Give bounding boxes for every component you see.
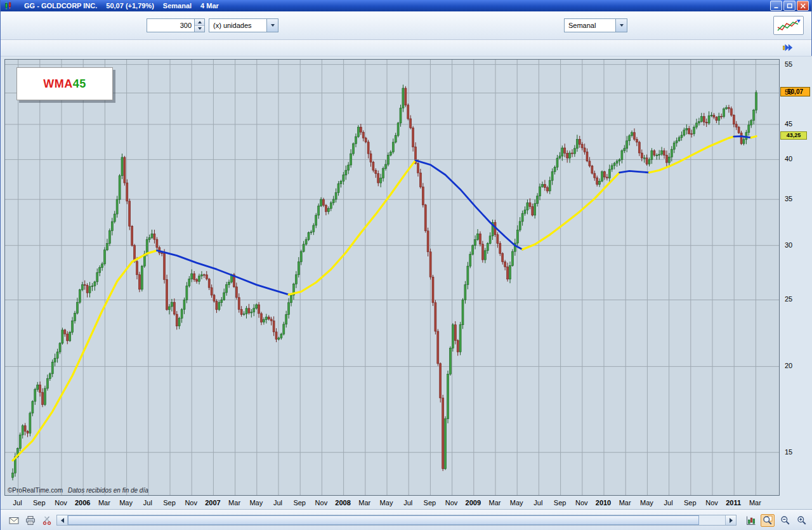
wma-legend-period: 45 <box>73 77 86 91</box>
price-axis-label: 20 <box>785 362 792 369</box>
units-count-field <box>147 18 205 32</box>
wma-legend-label: WMA <box>43 77 72 91</box>
date-axis-label: Nov <box>575 499 588 507</box>
date-axis-label: May <box>640 499 653 507</box>
email-button[interactable] <box>7 514 21 527</box>
copyright-text: ©ProRealTime.com <box>8 487 63 494</box>
app-candlestick-icon <box>4 1 13 10</box>
chart-edit-icon <box>746 515 756 526</box>
application-window: GG - GOLDCORP INC. 50,07 (+1,79%) Semana… <box>0 0 812 530</box>
date-axis-label: Mar <box>489 499 501 507</box>
price-axis-label: 50 <box>785 88 792 96</box>
date-axis-label: Jul <box>273 499 282 507</box>
wma-legend[interactable]: WMA45 <box>16 67 113 100</box>
price-axis-label: 35 <box>785 195 792 202</box>
date-axis-label: Sep <box>684 499 697 507</box>
date-axis-label: Jul <box>403 499 412 507</box>
date-axis-label: Jul <box>13 499 22 507</box>
units-mode-value: (x) unidades <box>209 22 266 29</box>
chart-area: ©ProRealTime.comDatos recibidos en fin d… <box>1 56 812 510</box>
date-axis-label: May <box>249 499 263 507</box>
minimize-button[interactable] <box>770 1 782 11</box>
date-axis[interactable]: JulSepNov2006MarMayJulSepNov2007MarMayJu… <box>1 494 812 510</box>
zoom-in-button[interactable] <box>795 514 809 527</box>
scroll-right-button[interactable] <box>725 515 736 525</box>
chart-plot[interactable]: ©ProRealTime.comDatos recibidos en fin d… <box>4 59 780 496</box>
date-axis-label: Mar <box>228 499 240 507</box>
right-arrow-icon <box>730 518 733 523</box>
date-axis-label: Sep <box>163 499 176 507</box>
date-axis-label: May <box>380 499 393 507</box>
date-axis-label: 2010 <box>596 499 611 507</box>
date-axis-label: Nov <box>315 499 328 507</box>
date-axis-label: 2006 <box>75 499 90 507</box>
quick-compare-button[interactable] <box>781 41 795 54</box>
date-axis-label: Mar <box>619 499 631 507</box>
dropdown-button[interactable] <box>266 19 278 32</box>
title-bar: GG - GOLDCORP INC. 50,07 (+1,79%) Semana… <box>1 0 811 11</box>
spinner-up-button[interactable] <box>195 19 204 26</box>
date-axis-label: Sep <box>293 499 306 507</box>
chart-style-button[interactable] <box>773 16 804 35</box>
units-mode-dropdown[interactable]: (x) unidades <box>209 18 278 32</box>
title-price: 50,07 (+1,79%) <box>106 2 154 10</box>
price-axis-label: 45 <box>785 120 792 128</box>
blue-arrows-icon <box>782 42 794 53</box>
zoom-out-button[interactable] <box>778 514 792 527</box>
date-axis-label: 2009 <box>466 499 481 507</box>
price-axis-label: 55 <box>785 60 792 68</box>
scrollbar-track[interactable] <box>68 515 725 525</box>
zoom-selection-button[interactable] <box>761 514 775 527</box>
date-axis-label: Sep <box>424 499 436 507</box>
dropdown-button[interactable] <box>615 19 627 32</box>
status-bar <box>1 509 812 530</box>
date-axis-label: Mar <box>749 499 761 507</box>
date-axis-label: Jul <box>664 499 673 507</box>
price-axis[interactable]: 50,07 43,25 555045403530252015 <box>780 59 811 494</box>
price-axis-label: 40 <box>785 155 792 162</box>
cut-icon <box>42 515 52 526</box>
price-axis-label: 25 <box>785 295 792 303</box>
email-icon <box>9 515 19 526</box>
zoom-out-icon <box>780 515 790 526</box>
print-button[interactable] <box>23 514 37 527</box>
date-axis-label: Jul <box>143 499 152 507</box>
chart-edit-button[interactable] <box>744 514 758 527</box>
date-axis-label: 2007 <box>205 499 220 507</box>
date-axis-label: Sep <box>33 499 46 507</box>
window-controls <box>770 1 809 11</box>
title-symbol: GG - GOLDCORP INC. <box>24 2 97 10</box>
date-axis-label: Sep <box>554 499 566 507</box>
mini-chart-icon <box>776 18 801 33</box>
date-axis-label: Nov <box>185 499 197 507</box>
zoom-selection-icon <box>763 515 773 526</box>
chevron-down-icon <box>620 24 624 27</box>
print-icon <box>25 515 36 526</box>
timeframe-dropdown[interactable]: Semanal <box>564 18 627 32</box>
date-axis-label: May <box>119 499 133 507</box>
cut-button[interactable] <box>40 514 54 527</box>
date-axis-label: 2008 <box>335 499 350 507</box>
spinner-down-button[interactable] <box>195 26 204 32</box>
main-toolbar: (x) unidades Semanal <box>1 11 811 40</box>
price-axis-label: 15 <box>785 448 792 456</box>
units-count-input[interactable] <box>147 19 194 32</box>
date-axis-label: Mar <box>358 499 370 507</box>
date-axis-label: 2011 <box>726 499 741 507</box>
timeframe-value: Semanal <box>565 22 615 29</box>
maximize-button[interactable] <box>783 1 796 11</box>
scroll-left-button[interactable] <box>57 515 68 525</box>
date-axis-label: Nov <box>445 499 458 507</box>
date-axis-label: Jul <box>534 499 542 507</box>
scrollbar-thumb[interactable] <box>68 515 699 525</box>
secondary-toolbar <box>1 40 811 56</box>
zoom-in-icon <box>797 515 807 526</box>
close-button[interactable] <box>797 1 809 11</box>
date-axis-label: Mar <box>98 499 110 507</box>
title-date: 4 Mar <box>200 2 219 10</box>
candlestick-chart[interactable] <box>5 60 779 495</box>
left-arrow-icon <box>61 518 64 523</box>
horizontal-scrollbar[interactable] <box>56 515 737 526</box>
chart-footnote: ©ProRealTime.comDatos recibidos en fin d… <box>8 487 148 494</box>
date-axis-label: Nov <box>55 499 67 507</box>
